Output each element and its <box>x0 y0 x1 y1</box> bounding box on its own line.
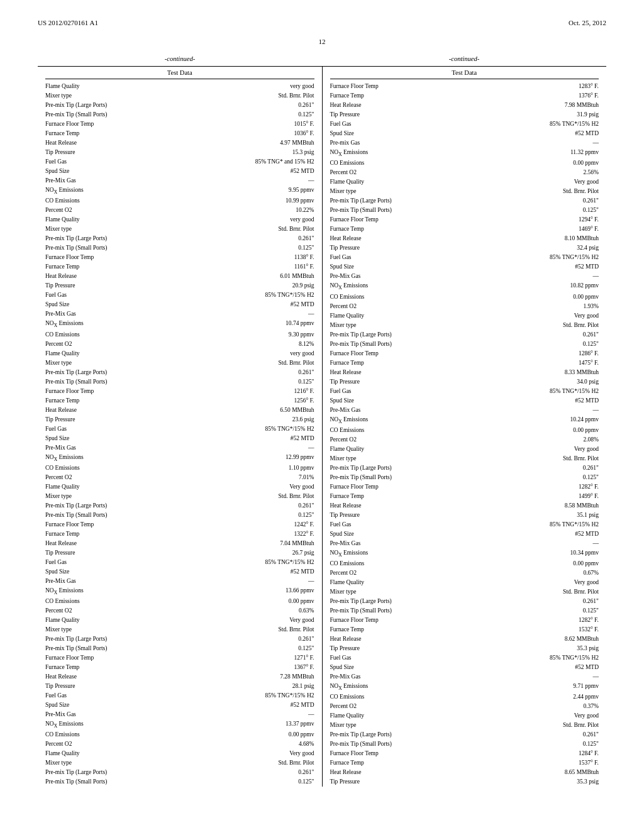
row-value: 1376° F. <box>579 92 599 100</box>
row-value: 1161° F. <box>294 263 314 271</box>
table-row: Percent O22.08% <box>330 435 599 445</box>
table-row: Fuel Gas85% TNG*/15% H2 <box>45 691 314 700</box>
row-value: 1284° F. <box>579 750 599 758</box>
row-label: Furnace Temp <box>45 263 79 271</box>
continued-left: -continued- <box>38 55 322 62</box>
row-label: NOX Emissions <box>45 720 84 729</box>
row-label: Flame Quality <box>45 616 80 624</box>
row-value: 1475° F. <box>579 359 599 367</box>
row-label: Flame Quality <box>45 350 80 358</box>
row-value: 13.37 ppmv <box>286 720 314 729</box>
table-row: Heat Release6.50 MMBtuh <box>45 405 314 414</box>
table-row: Flame QualityVery good <box>330 311 599 320</box>
row-label: Fuel Gas <box>330 521 352 529</box>
table-row: Percent O24.68% <box>45 739 314 749</box>
row-label: NOX Emissions <box>45 186 84 196</box>
row-value: 0.261" <box>583 197 599 205</box>
row-label: Fuel Gas <box>45 692 67 700</box>
row-value: 15.3 psig <box>292 148 314 157</box>
row-label: Percent O2 <box>45 340 72 348</box>
row-label: CO Emissions <box>330 293 365 301</box>
row-value: 0.125" <box>298 378 314 386</box>
patent-date: Oct. 25, 2012 <box>569 19 606 26</box>
table-row: Pre-mix Tip (Large Ports)0.261" <box>330 463 599 473</box>
row-value: 0.261" <box>583 331 599 339</box>
row-value: 11.32 ppmv <box>570 148 599 158</box>
row-label: Pre-mix Gas <box>330 139 360 147</box>
row-value: 1242° F. <box>294 521 314 529</box>
row-value: 0.125" <box>298 778 314 786</box>
table-row: Pre-Mix Gas— <box>45 443 314 452</box>
table-row: Percent O22.56% <box>330 168 599 177</box>
table-row: Percent O20.37% <box>330 702 599 711</box>
row-label: Heat Release <box>330 368 362 377</box>
row-label: Flame Quality <box>45 483 80 491</box>
table-row: Mixer typeStd. Brnr. Pilot <box>45 492 314 501</box>
table-row: Furnace Temp1475° F. <box>330 358 599 367</box>
row-label: Spud Size <box>330 263 354 271</box>
row-value: 10.34 ppmv <box>570 549 599 558</box>
table-row: CO Emissions1.10 ppmv <box>45 463 314 473</box>
row-label: Heat Release <box>45 673 77 681</box>
row-label: Mixer type <box>45 759 72 767</box>
row-value: 32.4 psig <box>577 244 599 252</box>
row-value: 0.261" <box>298 768 314 777</box>
row-value: 2.56% <box>583 169 599 177</box>
table-row: Mixer typeStd. Brnr. Pilot <box>45 91 314 101</box>
table-row: Heat Release6.01 MMBtuh <box>45 272 314 281</box>
table-row: Pre-mix Tip (Small Ports)0.125" <box>45 110 314 119</box>
table-row: CO Emissions0.00 ppmv <box>330 426 599 435</box>
table-row: Mixer typeStd. Brnr. Pilot <box>330 587 599 597</box>
row-value: 1.93% <box>583 302 599 311</box>
table-row: Pre-mix Tip (Small Ports)0.125" <box>45 243 314 253</box>
row-value: Very good <box>574 712 599 720</box>
table-row: NOX Emissions9.71 ppmv <box>330 682 599 692</box>
table-row: NOX Emissions10.82 ppmv <box>330 281 599 292</box>
row-value: 0.67% <box>583 569 599 577</box>
row-label: Pre-mix Tip (Large Ports) <box>330 464 392 472</box>
patent-number: US 2012/0270161 A1 <box>38 19 98 26</box>
row-value: very good <box>290 216 314 224</box>
row-value: 1286° F. <box>579 350 599 358</box>
table-row: Tip Pressure23.6 psig <box>45 414 314 424</box>
table-row: Flame Qualityvery good <box>45 215 314 224</box>
row-value: #52 MTD <box>575 397 599 405</box>
row-label: Tip Pressure <box>45 549 75 557</box>
table-row: Heat Release8.58 MMBtuh <box>330 501 599 511</box>
table-row: Heat Release8.65 MMBtuh <box>330 768 599 777</box>
table-row: Fuel Gas85% TNG*/15% H2 <box>330 653 599 663</box>
row-label: Pre-mix Tip (Small Ports) <box>45 778 107 786</box>
row-label: NOX Emissions <box>45 319 84 329</box>
row-value: 0.261" <box>298 502 314 510</box>
row-value: 4.68% <box>299 740 314 748</box>
table-row: Furnace Floor Temp1294° F. <box>330 215 599 224</box>
table-row: Flame QualityVery good <box>330 445 599 454</box>
row-label: Heat Release <box>330 101 362 109</box>
row-label: NOX Emissions <box>45 453 84 463</box>
table-row: Pre-mix Tip (Large Ports)0.261" <box>45 101 314 110</box>
row-value: 1367° F. <box>294 663 314 672</box>
table-row: Pre-Mix Gas— <box>45 577 314 586</box>
row-value: 1499° F. <box>579 492 599 501</box>
row-label: Percent O2 <box>330 436 357 444</box>
row-label: Furnace Temp <box>330 359 364 367</box>
row-label: Pre-mix Tip (Large Ports) <box>45 635 107 643</box>
row-label: Percent O2 <box>330 569 357 577</box>
table-row: Furnace Temp1161° F. <box>45 262 314 272</box>
table-row: NOX Emissions13.66 ppmv <box>45 586 314 597</box>
row-value: 8.33 MMBtuh <box>565 368 599 377</box>
row-value: Very good <box>289 483 314 491</box>
row-value: 0.125" <box>298 244 314 252</box>
row-label: Heat Release <box>330 635 362 643</box>
table-row: Furnace Temp1469° F. <box>330 224 599 234</box>
row-label: NOX Emissions <box>330 549 369 558</box>
table-row: Spud Size#52 MTD <box>45 167 314 176</box>
left-col-rows: Flame Qualityvery goodMixer typeStd. Brn… <box>45 82 314 787</box>
row-value: 26.7 psig <box>292 549 314 557</box>
row-label: CO Emissions <box>45 464 80 472</box>
row-value: Std. Brnr. Pilot <box>278 759 314 767</box>
row-value: 8.62 MMBtuh <box>565 635 599 643</box>
table-row: Mixer typeStd. Brnr. Pilot <box>330 187 599 196</box>
row-value: 10.99 ppmv <box>286 197 314 205</box>
row-label: NOX Emissions <box>330 682 369 692</box>
